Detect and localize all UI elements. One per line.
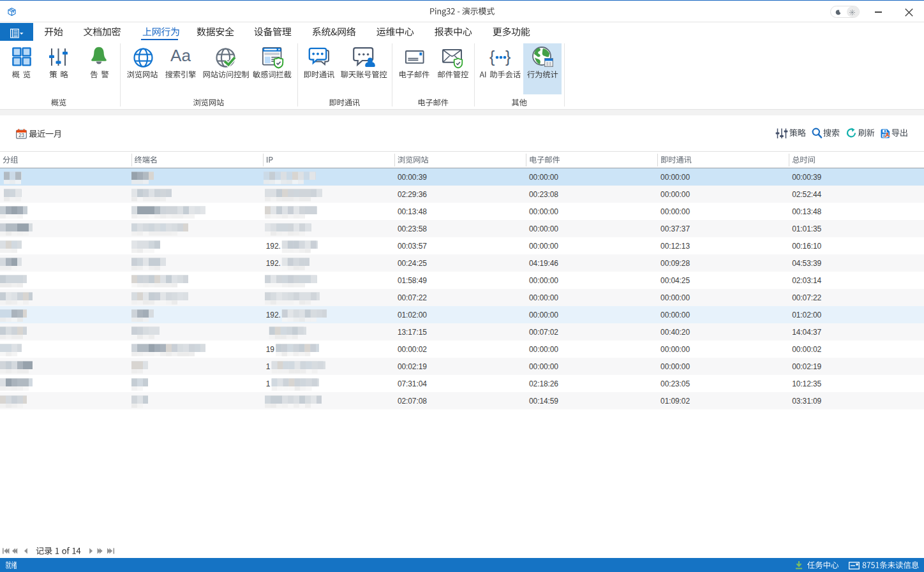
svg-text:23: 23	[19, 133, 25, 138]
